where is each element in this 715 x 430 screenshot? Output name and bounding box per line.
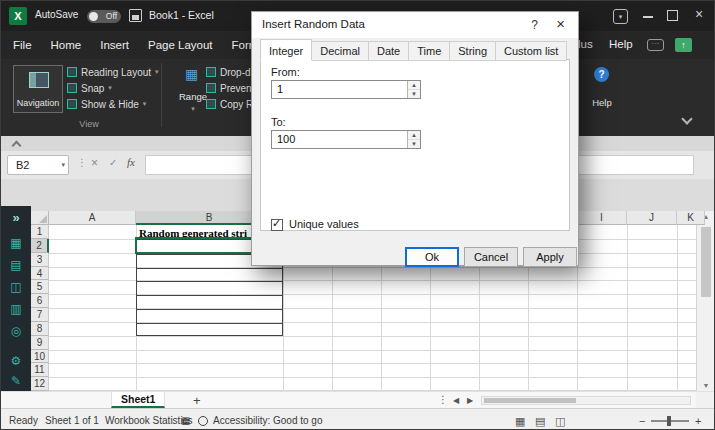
close-icon[interactable]: × bbox=[695, 6, 703, 22]
excel-logo-icon[interactable]: X bbox=[9, 7, 27, 25]
save-icon-detail bbox=[132, 15, 139, 20]
dialog-tabs: IntegerDecimalDateTimeStringCustom list bbox=[260, 41, 567, 61]
dialog-tab-string[interactable]: String bbox=[450, 41, 496, 61]
ribbon-tabs: FileHomeInsertPage LayoutFormulas bbox=[13, 31, 280, 59]
save-icon[interactable] bbox=[129, 9, 142, 22]
cancel-entry-icon[interactable]: × bbox=[91, 156, 98, 170]
gridline-h bbox=[49, 363, 696, 364]
spin-down-icon[interactable]: ▼ bbox=[408, 140, 420, 148]
dialog-help-icon[interactable]: ? bbox=[531, 18, 538, 32]
row-header-6[interactable]: 6 bbox=[31, 294, 49, 308]
pin-ribbon-icon[interactable] bbox=[12, 141, 22, 151]
preven-icon bbox=[206, 83, 216, 93]
select-all-triangle bbox=[39, 215, 47, 223]
chevron-down-icon: ▾ bbox=[108, 84, 112, 92]
dialog-tab-date[interactable]: Date bbox=[369, 41, 409, 61]
dialog-tab-integer[interactable]: Integer bbox=[260, 39, 312, 61]
menu-tab-insert[interactable]: Insert bbox=[100, 39, 129, 51]
unique-values-checkbox[interactable]: ✓ bbox=[271, 219, 283, 231]
menu-tab-kutools-plus-partial[interactable]: lus bbox=[578, 38, 593, 50]
name-box-splitter[interactable]: ⋮ bbox=[77, 157, 87, 168]
vscroll-thumb[interactable] bbox=[701, 227, 711, 297]
column-header-i[interactable]: I bbox=[577, 211, 627, 225]
cancel-button[interactable]: Cancel bbox=[464, 247, 518, 267]
new-sheet-button[interactable]: + bbox=[193, 393, 201, 408]
dialog-tab-page: From: 1 ▲▼ To: 100 ▲▼ ✓ Unique values bbox=[260, 59, 570, 231]
ribbon-display-options-icon[interactable]: ▾ bbox=[613, 9, 628, 24]
confirm-entry-icon[interactable]: ✓ bbox=[109, 157, 117, 168]
show-hide-icon bbox=[67, 99, 77, 109]
ribbon-item-reading-layout[interactable]: Reading Layout▾ bbox=[67, 64, 171, 80]
ok-button[interactable]: Ok bbox=[405, 247, 459, 267]
zoom-in-icon[interactable]: + bbox=[695, 415, 701, 427]
column-header-a[interactable]: A bbox=[49, 211, 136, 225]
collapse-ribbon-icon[interactable] bbox=[681, 113, 692, 124]
share-icon[interactable]: ↑ bbox=[675, 38, 692, 52]
column-header-j[interactable]: J bbox=[627, 211, 677, 225]
tab-options-icon[interactable]: ⋮ bbox=[438, 394, 448, 405]
name-box[interactable]: B2 ▾ bbox=[7, 155, 69, 175]
tab-scroll-left-icon[interactable]: ◀ bbox=[453, 396, 459, 405]
hscroll-thumb[interactable] bbox=[484, 398, 576, 403]
tab-scroll-right-icon[interactable]: ▶ bbox=[467, 396, 473, 405]
chevron-down-icon: ▾ bbox=[155, 68, 159, 76]
navigation-button[interactable]: Navigation bbox=[13, 65, 63, 113]
page-break-view-icon[interactable]: ◫ bbox=[555, 415, 565, 428]
spin-up-icon[interactable]: ▲ bbox=[408, 131, 420, 140]
dialog-tab-time[interactable]: Time bbox=[409, 41, 450, 61]
zoom-out-icon[interactable]: − bbox=[639, 415, 645, 427]
page-layout-view-icon[interactable]: ▤ bbox=[535, 415, 545, 428]
workbook-statistics[interactable]: Workbook Statistics bbox=[105, 415, 193, 426]
scroll-down-icon[interactable]: ▼ bbox=[697, 382, 715, 389]
normal-view-icon[interactable]: ▦ bbox=[515, 415, 525, 428]
restore-icon[interactable] bbox=[667, 10, 678, 21]
ribbon-item-show-hide[interactable]: Show & Hide▾ bbox=[67, 96, 171, 112]
dialog-close-icon[interactable]: × bbox=[556, 15, 565, 32]
dialog-tab-decimal[interactable]: Decimal bbox=[312, 41, 369, 61]
menu-tab-home[interactable]: Home bbox=[51, 39, 82, 51]
from-spinner[interactable]: ▲▼ bbox=[407, 81, 420, 98]
minimize-icon[interactable] bbox=[643, 16, 653, 18]
navigation-icon bbox=[29, 72, 49, 88]
sheet-tab-sheet1[interactable]: Sheet1 bbox=[111, 392, 165, 408]
row-header-9[interactable]: 9 bbox=[31, 336, 49, 350]
menu-tab-help[interactable]: Help bbox=[609, 38, 633, 50]
insert-function-icon[interactable]: fx bbox=[127, 156, 135, 168]
row-header-1[interactable]: 1 bbox=[31, 225, 49, 239]
to-label: To: bbox=[271, 116, 286, 128]
ribbon-item-label: Show & Hide bbox=[81, 99, 139, 110]
row-header-7[interactable]: 7 bbox=[31, 308, 49, 322]
apply-button[interactable]: Apply bbox=[523, 247, 577, 267]
status-sheet-info[interactable]: Sheet 1 of 1 bbox=[45, 415, 99, 426]
dialog-tab-custom-list[interactable]: Custom list bbox=[496, 41, 567, 61]
macro-record-icon[interactable]: ▦ bbox=[181, 415, 190, 426]
accessibility-status[interactable]: Accessibility: Good to go bbox=[213, 415, 323, 426]
row-header-2[interactable]: 2 bbox=[31, 239, 49, 253]
ribbon-item-snap[interactable]: Snap▾ bbox=[67, 80, 171, 96]
from-input[interactable]: 1 ▲▼ bbox=[271, 80, 421, 99]
row-header-10[interactable]: 10 bbox=[31, 350, 49, 363]
column-header-k[interactable]: K bbox=[677, 211, 705, 225]
help-button[interactable]: ? Help bbox=[585, 67, 619, 119]
chevron-down-icon[interactable]: ▾ bbox=[61, 161, 65, 169]
spin-down-icon[interactable]: ▼ bbox=[408, 90, 420, 98]
autosave-toggle[interactable]: Off bbox=[87, 10, 121, 23]
spin-up-icon[interactable]: ▲ bbox=[408, 81, 420, 90]
select-all-button[interactable] bbox=[31, 211, 49, 225]
to-spinner[interactable]: ▲▼ bbox=[407, 131, 420, 148]
menu-tab-file[interactable]: File bbox=[13, 39, 32, 51]
comments-icon[interactable]: ··· bbox=[647, 39, 664, 51]
row-header-3[interactable]: 3 bbox=[31, 253, 49, 267]
menu-tab-page-layout[interactable]: Page Layout bbox=[148, 39, 213, 51]
dialog-title-bar[interactable]: Insert Random Data ? × bbox=[252, 12, 578, 38]
row-header-12[interactable]: 12 bbox=[31, 377, 49, 391]
zoom-slider-knob[interactable] bbox=[667, 416, 671, 426]
row-header-5[interactable]: 5 bbox=[31, 280, 49, 294]
to-input[interactable]: 100 ▲▼ bbox=[271, 130, 421, 149]
row-header-11[interactable]: 11 bbox=[31, 363, 49, 377]
unique-values-label[interactable]: Unique values bbox=[289, 218, 359, 230]
row-header-8[interactable]: 8 bbox=[31, 322, 49, 336]
vertical-scrollbar[interactable]: ▲ ▼ bbox=[696, 211, 715, 391]
row-header-4[interactable]: 4 bbox=[31, 267, 49, 280]
horizontal-scrollbar[interactable] bbox=[481, 396, 691, 405]
